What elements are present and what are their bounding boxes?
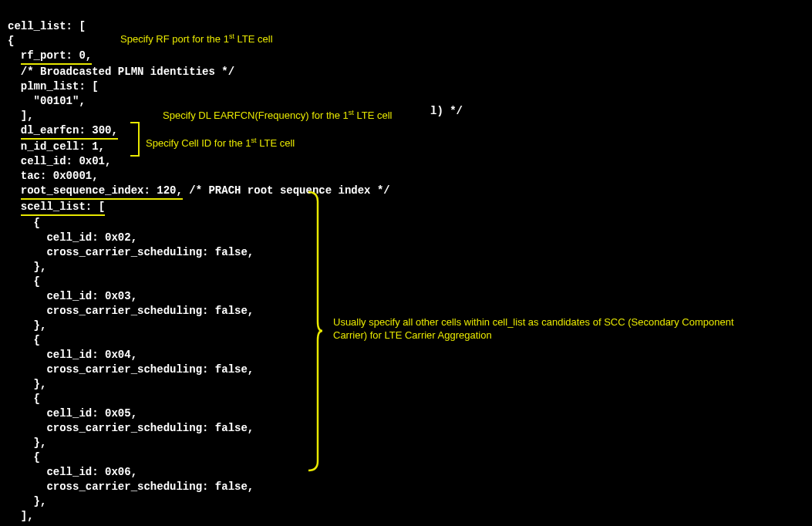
line: }, xyxy=(8,495,46,507)
annotation-earfcn: Specify DL EARFCN(Frequency) for the 1st… xyxy=(158,104,396,124)
line: cross_carrier_scheduling: false, xyxy=(8,246,254,258)
line: cross_carrier_scheduling: false, xyxy=(8,305,254,317)
code-block: cell_list: [ { rf_port: 0, /* Broadcaste… xyxy=(8,5,804,526)
line: }, xyxy=(8,261,46,273)
line-indent xyxy=(8,201,21,213)
line: cross_carrier_scheduling: false, xyxy=(8,480,254,493)
line: cell_id: 0x03, xyxy=(8,290,137,302)
line: cross_carrier_scheduling: false, xyxy=(8,363,254,376)
line: cell_id: 0x05, xyxy=(8,407,137,420)
line: ], xyxy=(8,110,34,122)
annotation-cellid: Specify Cell ID for the 1st LTE cell xyxy=(146,133,295,150)
line: { xyxy=(8,35,14,47)
line: cell_id: 0x01, xyxy=(8,155,111,167)
line: cell_id: 0x02, xyxy=(8,231,137,244)
line: { xyxy=(8,451,40,464)
line: { xyxy=(8,334,40,346)
line: cell_id: 0x04, xyxy=(8,349,137,361)
line-indent xyxy=(8,124,21,137)
line: { xyxy=(8,217,40,229)
root-seq-value: root_sequence_index: 120, xyxy=(21,184,183,200)
line: cross_carrier_scheduling: false, xyxy=(8,422,254,434)
line: n_id_cell: 1, xyxy=(8,140,105,153)
line-rest: /* PRACH root sequence index */ xyxy=(183,184,390,197)
line: { xyxy=(8,393,40,405)
comment-tail: l) */ xyxy=(430,104,463,119)
rf-port-value: rf_port: 0, xyxy=(21,49,92,65)
line: cell_id: 0x06, xyxy=(8,466,137,478)
line: }, xyxy=(8,319,46,332)
line: /* Broadcasted PLMN identities */ xyxy=(8,66,234,78)
line-indent xyxy=(8,184,21,197)
line: { xyxy=(8,275,40,288)
line: "00101", xyxy=(8,95,86,107)
scell-list-label: scell_list: [ xyxy=(21,200,105,216)
line: plmn_list: [ xyxy=(8,80,99,93)
annotation-rf-port: Specify RF port for the 1st LTE cell xyxy=(120,29,273,46)
line-indent xyxy=(8,49,21,62)
dl-earfcn-value: dl_earfcn: 300, xyxy=(21,123,118,140)
bracket-scell xyxy=(307,191,322,472)
line: }, xyxy=(8,437,46,449)
line: cell_list: [ xyxy=(8,20,86,32)
line: }, xyxy=(8,378,46,390)
annotation-scell: Usually specify all other cells within c… xyxy=(333,315,765,342)
line: tac: 0x0001, xyxy=(8,170,99,182)
bracket-cellid xyxy=(130,122,140,157)
line: ], xyxy=(8,510,34,522)
